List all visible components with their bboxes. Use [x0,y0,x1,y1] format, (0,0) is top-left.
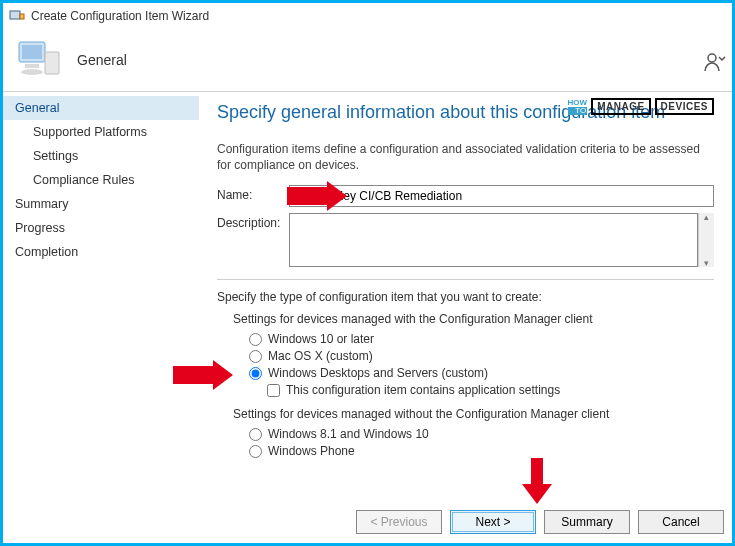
opt-label: Windows 10 or later [268,332,374,346]
annotation-arrow-icon [522,458,552,504]
svg-rect-5 [25,64,39,68]
group-managed-with-cm: Settings for devices managed with the Co… [233,312,714,397]
nav-completion[interactable]: Completion [3,240,199,264]
wizard-window: Create Configuration Item Wizard General… [0,0,735,546]
user-icon[interactable] [704,51,726,73]
radio-mac[interactable] [249,350,262,363]
nav-label: Supported Platforms [33,125,147,139]
opt-label: Windows 8.1 and Windows 10 [268,427,429,441]
description-input[interactable] [289,213,698,267]
nav-label: Progress [15,221,65,235]
nav-progress[interactable]: Progress [3,216,199,240]
nav-label: Completion [15,245,78,259]
wizard-icon [9,8,25,24]
name-row: Name: [217,185,714,207]
cancel-button[interactable]: Cancel [638,510,724,534]
radio-wp[interactable] [249,445,262,458]
nav-label: Compliance Rules [33,173,134,187]
opt-wp[interactable]: Windows Phone [249,444,714,458]
wm-devices: DEVICES [655,98,714,115]
watermark-logo: HOWTO MANAGE DEVICES [568,98,714,115]
section-divider [217,279,714,280]
svg-point-7 [708,54,716,62]
window-title: Create Configuration Item Wizard [31,9,209,23]
wizard-buttons: < Previous Next > Summary Cancel [356,510,724,534]
sidebar: General Supported Platforms Settings Com… [3,92,199,542]
computer-icon [15,36,63,84]
wm-to: TO [568,107,588,115]
textarea-scrollbar[interactable]: ▴▾ [698,213,714,267]
nav-label: Summary [15,197,68,211]
name-label: Name: [217,185,289,202]
nav-general[interactable]: General [3,96,199,120]
nav-settings[interactable]: Settings [3,144,199,168]
group-managed-without-cm: Settings for devices managed without the… [233,407,714,458]
opt-label: Windows Desktops and Servers (custom) [268,366,488,380]
opt-label: This configuration item contains applica… [286,383,560,397]
svg-rect-4 [45,52,59,74]
nav-compliance-rules[interactable]: Compliance Rules [3,168,199,192]
title-bar: Create Configuration Item Wizard [3,3,732,29]
previous-button: < Previous [356,510,442,534]
summary-button[interactable]: Summary [544,510,630,534]
radio-win10[interactable] [249,333,262,346]
svg-rect-3 [22,45,42,59]
svg-point-6 [21,69,43,75]
group1-title: Settings for devices managed with the Co… [233,312,714,326]
radio-wds[interactable] [249,367,262,380]
check-appsettings[interactable] [267,384,280,397]
opt-wds[interactable]: Windows Desktops and Servers (custom) [249,366,714,380]
nav-summary[interactable]: Summary [3,192,199,216]
radio-win81[interactable] [249,428,262,441]
opt-mac[interactable]: Mac OS X (custom) [249,349,714,363]
opt-appsettings[interactable]: This configuration item contains applica… [267,383,714,397]
svg-rect-1 [20,14,24,19]
svg-rect-0 [10,11,20,19]
body: General Supported Platforms Settings Com… [3,92,732,542]
next-button[interactable]: Next > [450,510,536,534]
opt-win81[interactable]: Windows 8.1 and Windows 10 [249,427,714,441]
wm-manage: MANAGE [591,98,650,115]
nav-label: Settings [33,149,78,163]
description-label: Description: [217,213,289,230]
nav-supported-platforms[interactable]: Supported Platforms [3,120,199,144]
opt-label: Windows Phone [268,444,355,458]
header: General [3,29,732,91]
header-title: General [77,52,127,68]
opt-label: Mac OS X (custom) [268,349,373,363]
group2-title: Settings for devices managed without the… [233,407,714,421]
opt-win10[interactable]: Windows 10 or later [249,332,714,346]
nav-label: General [15,101,59,115]
intro-text: Configuration items define a configurati… [217,141,714,173]
description-row: Description: ▴▾ [217,213,714,267]
svg-marker-10 [522,458,552,504]
name-input[interactable] [289,185,714,207]
type-title: Specify the type of configuration item t… [217,290,714,304]
main-panel: HOWTO MANAGE DEVICES Specify general inf… [199,92,732,542]
